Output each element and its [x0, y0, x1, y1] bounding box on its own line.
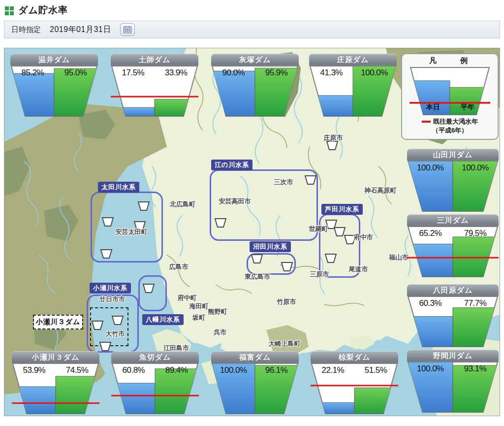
date-label: 日時指定 [11, 25, 41, 34]
city-label: 世羅町 [309, 225, 328, 233]
dam-name: 灰塚ダム [211, 54, 299, 66]
calendar-button[interactable] [120, 23, 135, 36]
dam-map-icon [111, 316, 124, 326]
dam-widget[interactable]: 小瀬川３ダム 53.9% 74.5% [12, 351, 99, 414]
city-label: 三原市 [310, 270, 329, 279]
dam-widget[interactable]: 温井ダム 85.2% 95.0% [10, 54, 98, 117]
page-header: ダム貯水率 [0, 0, 504, 20]
dam-widget[interactable]: 庄原ダム 41.3% 100.0% [309, 54, 397, 117]
dam-map-icon [100, 249, 113, 259]
dam-name: 野間川ダム [407, 350, 499, 361]
normal-percent: 33.9% [156, 68, 197, 78]
dam-gauge: 65.2% 79.5% [407, 226, 499, 277]
today-percent: 100.0% [409, 163, 452, 173]
dam-map-icon [99, 342, 112, 352]
water-system-badge: 小瀬川水系 [90, 283, 131, 294]
dam-gauge: 17.5% 33.9% [111, 66, 198, 117]
dam-widget[interactable]: 野間川ダム 100.0% 93.1% [407, 350, 499, 413]
today-percent: 65.2% [409, 229, 452, 238]
normal-percent: 93.1% [454, 364, 497, 374]
dam-widget[interactable]: 福富ダム 100.0% 96.1% [211, 351, 299, 414]
city-label: 東広島市 [245, 272, 270, 281]
dam-map-icon [101, 217, 114, 227]
city-label: 廿日市市 [99, 295, 125, 304]
normal-percent: 100.0% [354, 68, 395, 78]
normal-percent: 74.5% [57, 365, 98, 375]
dam-name: 山田川ダム [407, 149, 499, 161]
normal-percent: 77.7% [454, 298, 497, 308]
city-label: 大崎上島町 [269, 339, 301, 348]
dam-name: 庄原ダム [309, 54, 397, 66]
dam-map: 凡 例 本日 平年 既往最大渇水年 （平成6年） 江の川水系太田川水系芦田川水系… [4, 48, 500, 416]
today-percent: 22.1% [313, 365, 354, 375]
city-label: 広島市 [169, 262, 189, 271]
water-system-badge: 芦田川水系 [321, 204, 363, 215]
today-percent: 41.3% [311, 68, 352, 78]
legend-gauge: 本日 平年 [410, 67, 490, 115]
dam-widget[interactable]: 椋梨ダム 22.1% 51.5% [311, 351, 398, 414]
dam-widget[interactable]: 灰塚ダム 90.0% 95.9% [211, 54, 299, 117]
city-label: 海田町 [189, 302, 209, 311]
dam-map-icon [304, 175, 317, 185]
dam-widget[interactable]: 三川ダム 65.2% 79.5% [407, 214, 499, 277]
dam-gauge: 100.0% 93.1% [407, 361, 499, 413]
city-label: 福山市 [389, 253, 409, 262]
water-system-badge: 太田川水系 [98, 182, 139, 193]
normal-percent: 51.5% [355, 365, 397, 375]
today-percent: 60.8% [113, 365, 155, 375]
today-percent: 60.3% [409, 298, 452, 308]
page-title: ダム貯水率 [18, 4, 68, 17]
dam-gauge: 85.2% 95.0% [10, 66, 98, 117]
today-percent: 53.9% [14, 365, 55, 375]
dam-gauge: 60.3% 77.7% [407, 296, 499, 347]
city-label: 尾道市 [349, 265, 368, 274]
dam-gauge: 53.9% 74.5% [12, 363, 99, 414]
dam-name: 温井ダム [10, 54, 98, 66]
city-label: 熊野町 [208, 307, 227, 316]
dam-name: 八田原ダム [407, 284, 499, 296]
water-system-badge: 江の川水系 [211, 160, 252, 170]
normal-percent: 79.5% [454, 229, 497, 238]
city-label: 安芸高田市 [219, 197, 251, 206]
today-percent: 85.2% [12, 68, 54, 78]
dam-gauge: 41.3% 100.0% [309, 66, 397, 117]
dam-map-icon [214, 218, 227, 228]
dam-gauge: 100.0% 100.0% [407, 161, 499, 212]
dam-widget[interactable]: 山田川ダム 100.0% 100.0% [407, 149, 499, 212]
city-label: 府中市 [354, 233, 373, 242]
water-system-badge: 沼田川水系 [250, 241, 291, 252]
normal-percent: 96.1% [256, 365, 297, 375]
today-percent: 17.5% [113, 68, 154, 78]
drought-line-sublabel: （平成6年） [402, 126, 498, 135]
city-label: 竹原市 [277, 297, 296, 306]
normal-percent: 95.9% [256, 68, 297, 78]
dam-gauge: 60.8% 89.4% [111, 363, 199, 414]
dam-gauge: 100.0% 96.1% [211, 363, 299, 414]
dam-map-icon [142, 284, 155, 294]
dam-gauge: 90.0% 95.9% [211, 66, 299, 117]
calendar-icon [123, 26, 132, 33]
city-label: 安芸太田町 [116, 228, 148, 236]
dam-name: 三川ダム [407, 214, 499, 226]
title-squares-icon [5, 6, 13, 15]
date-value: 2019年01月31日 [50, 25, 111, 35]
city-label: 呉市 [214, 328, 226, 337]
dam-widget[interactable]: 八田原ダム 60.3% 77.7% [407, 284, 499, 347]
city-label: 庄原市 [324, 133, 343, 142]
dam-map-icon [324, 254, 337, 263]
legend-normal-label: 平年 [460, 103, 474, 111]
dam-map-icon [251, 254, 263, 264]
dam-widget[interactable]: 魚切ダム 60.8% 89.4% [111, 351, 199, 414]
date-toolbar: 日時指定 2019年01月31日 [4, 21, 500, 38]
dam-name: 椋梨ダム [311, 351, 398, 363]
today-percent: 90.0% [213, 68, 254, 78]
dam-widget[interactable]: 土師ダム 17.5% 33.9% [111, 54, 198, 117]
dam-name: 福富ダム [211, 351, 299, 363]
water-system-badge: 八幡川水系 [142, 314, 184, 325]
legend-today-label: 本日 [426, 103, 440, 111]
drought-line-label: 既往最大渇水年 [433, 117, 478, 126]
dam-group-map-label: 小瀬川３ダム [33, 315, 83, 329]
legend-title: 凡 例 [402, 56, 498, 66]
today-percent: 100.0% [409, 364, 452, 374]
drought-line-swatch [422, 121, 431, 123]
